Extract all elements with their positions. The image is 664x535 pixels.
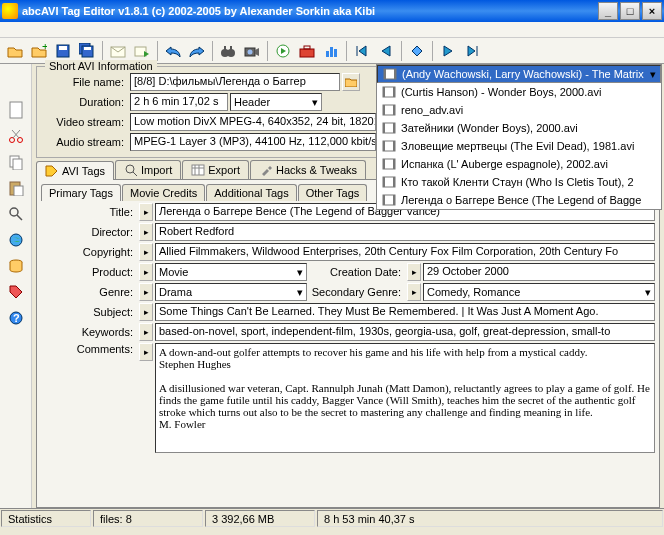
close-button[interactable]: × xyxy=(642,2,662,20)
genre-label: Genre: xyxy=(41,286,137,298)
browse-button[interactable] xyxy=(342,73,360,91)
status-files: files: 8 xyxy=(93,510,203,527)
audio-field: MPEG-1 Layer 3 (MP3), 44100 Hz, 112,000 … xyxy=(130,133,376,151)
director-field[interactable]: Robert Redford xyxy=(155,223,655,241)
svg-rect-41 xyxy=(383,105,385,115)
add-folder-icon[interactable]: + xyxy=(28,40,50,62)
undo-icon[interactable] xyxy=(162,40,184,62)
svg-rect-10 xyxy=(224,46,226,50)
subject-field[interactable]: Some Things Can't Be Learned. They Must … xyxy=(155,303,655,321)
comments-field[interactable] xyxy=(155,343,655,453)
dropdown-item[interactable]: Кто такой Кленти Стаун (Who Is Cletis To… xyxy=(377,173,661,191)
dropdown-item[interactable]: Зловещие мертвецы (The Evil Dead), 1981.… xyxy=(377,137,661,155)
paste-icon[interactable] xyxy=(4,176,28,200)
cut-icon[interactable] xyxy=(4,124,28,148)
send-go-icon[interactable] xyxy=(131,40,153,62)
tab-export[interactable]: Export xyxy=(182,160,249,179)
subject-arrow[interactable]: ▸ xyxy=(139,303,153,321)
copy-icon[interactable] xyxy=(4,150,28,174)
sgenre-label: Secondary Genre: xyxy=(309,286,405,298)
redo-icon[interactable] xyxy=(186,40,208,62)
genre-select[interactable]: Drama xyxy=(155,283,307,301)
next-icon[interactable] xyxy=(437,40,459,62)
tab-hacks[interactable]: Hacks & Tweaks xyxy=(250,160,366,179)
maximize-button[interactable]: □ xyxy=(620,2,640,20)
keywords-field[interactable]: based-on-novel, sport, independent-film,… xyxy=(155,323,655,341)
svg-text:+: + xyxy=(42,44,47,52)
camera-icon[interactable] xyxy=(241,40,263,62)
filename-field[interactable]: [8/8] D:\фильмы\Легенда о Баггер xyxy=(130,73,340,91)
subtab-additional[interactable]: Additional Tags xyxy=(206,184,296,201)
keywords-arrow[interactable]: ▸ xyxy=(139,323,153,341)
play-icon[interactable] xyxy=(272,40,294,62)
svg-rect-54 xyxy=(393,177,395,187)
svg-rect-18 xyxy=(330,47,333,57)
subtab-credits[interactable]: Movie Credits xyxy=(122,184,205,201)
binoculars-icon[interactable] xyxy=(217,40,239,62)
svg-point-32 xyxy=(126,165,134,173)
file-dropdown[interactable]: (Andy Wachowski, Larry Wachowski) - The … xyxy=(376,64,662,210)
svg-rect-11 xyxy=(230,46,232,50)
cdate-arrow[interactable]: ▸ xyxy=(407,263,421,281)
tab-import[interactable]: Import xyxy=(115,160,181,179)
product-select[interactable]: Movie xyxy=(155,263,307,281)
film-icon xyxy=(381,121,397,135)
diamond-icon[interactable] xyxy=(406,40,428,62)
send-icon[interactable] xyxy=(107,40,129,62)
svg-rect-38 xyxy=(383,87,385,97)
svg-rect-2 xyxy=(59,46,67,50)
product-arrow[interactable]: ▸ xyxy=(139,263,153,281)
cdate-field[interactable]: 29 October 2000 xyxy=(423,263,655,281)
open-icon[interactable] xyxy=(4,40,26,62)
comments-arrow[interactable]: ▸ xyxy=(139,343,153,361)
prev-icon[interactable] xyxy=(375,40,397,62)
info-legend: Short AVI Information xyxy=(45,60,157,72)
director-label: Director: xyxy=(41,226,137,238)
subtab-primary[interactable]: Primary Tags xyxy=(41,184,121,201)
last-icon[interactable] xyxy=(461,40,483,62)
svg-rect-16 xyxy=(304,46,310,49)
svg-rect-39 xyxy=(393,87,395,97)
save-icon[interactable] xyxy=(52,40,74,62)
db-icon[interactable] xyxy=(4,254,28,278)
app-icon xyxy=(2,3,18,19)
stats-icon[interactable] xyxy=(320,40,342,62)
subtab-other[interactable]: Other Tags xyxy=(298,184,368,201)
dropdown-item[interactable]: (Andy Wachowski, Larry Wachowski) - The … xyxy=(377,65,661,83)
status-label: Statistics xyxy=(1,510,91,527)
minimize-button[interactable]: _ xyxy=(598,2,618,20)
dropdown-item[interactable]: reno_adv.avi xyxy=(377,101,661,119)
svg-point-9 xyxy=(227,49,235,57)
tab-avi-tags[interactable]: AVI Tags xyxy=(36,161,114,180)
dropdown-item[interactable]: (Curtis Hanson) - Wonder Boys, 2000.avi xyxy=(377,83,661,101)
svg-rect-19 xyxy=(334,49,337,57)
help-icon[interactable]: ? xyxy=(4,306,28,330)
genre-arrow[interactable]: ▸ xyxy=(139,283,153,301)
video-label: Video stream: xyxy=(43,116,128,128)
save-all-icon[interactable] xyxy=(76,40,98,62)
sgenre-select[interactable]: Comedy, Romance xyxy=(423,283,655,301)
globe-icon[interactable] xyxy=(4,228,28,252)
copyright-label: Copyright: xyxy=(41,246,137,258)
svg-rect-47 xyxy=(383,141,385,151)
toolbox-icon[interactable] xyxy=(296,40,318,62)
dropdown-item[interactable]: Затейники (Wonder Boys), 2000.avi xyxy=(377,119,661,137)
find-icon[interactable] xyxy=(4,202,28,226)
svg-rect-51 xyxy=(393,159,395,169)
header-select[interactable]: Header xyxy=(230,93,322,111)
dropdown-item[interactable]: Испанка (L' Auberge espagnole), 2002.avi xyxy=(377,155,661,173)
first-icon[interactable] xyxy=(351,40,373,62)
svg-rect-24 xyxy=(13,159,22,170)
title-arrow[interactable]: ▸ xyxy=(139,203,153,221)
side-toolbar: ? xyxy=(0,64,32,508)
svg-rect-57 xyxy=(393,195,395,205)
copyright-arrow[interactable]: ▸ xyxy=(139,243,153,261)
sgenre-arrow[interactable]: ▸ xyxy=(407,283,421,301)
filename-label: File name: xyxy=(43,76,128,88)
title-label: Title: xyxy=(41,206,137,218)
tag-red-icon[interactable] xyxy=(4,280,28,304)
copyright-field[interactable]: Allied Filmmakers, Wildwood Enterprises,… xyxy=(155,243,655,261)
blank-icon[interactable] xyxy=(4,98,28,122)
dropdown-item[interactable]: Легенда о Баггере Венсе (The Legend of B… xyxy=(377,191,661,209)
director-arrow[interactable]: ▸ xyxy=(139,223,153,241)
